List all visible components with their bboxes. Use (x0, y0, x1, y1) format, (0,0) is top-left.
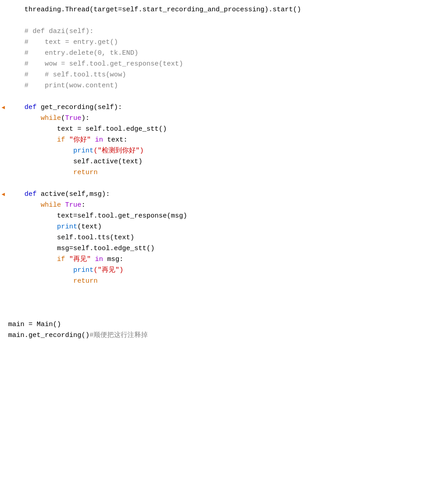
code-line-main-init: main = Main() (0, 319, 448, 330)
code-line-if-zaijian: if "再见" in msg: (0, 254, 448, 265)
code-line-blank-1 (0, 15, 448, 26)
code-line-def-active: ◀ def active(self,msg): (0, 189, 448, 200)
code-line-comment-4: # wow = self.tool.get_response(text) (0, 59, 448, 70)
code-line-main-get-recording: main.get_recording()#顺便把这行注释掉 (0, 330, 448, 341)
code-line-blank-5 (0, 298, 448, 308)
code-line-if-nihao: if "你好" in text: (0, 135, 448, 146)
code-line-comment-6: # print(wow.content) (0, 81, 448, 91)
code-line-print-detected: print("检测到你好") (0, 146, 448, 157)
code-line-msg-edge-stt: msg=self.tool.edge_stt() (0, 243, 448, 254)
code-line-tts-text: self.tool.tts(text) (0, 232, 448, 243)
code-line-text-edge-stt: text = self.tool.edge_stt() (0, 124, 448, 135)
code-line-comment-3: # entry.delete(0, tk.END) (0, 48, 448, 59)
code-line-print-zaijian: print("再见") (0, 265, 448, 276)
code-line-1: threading.Thread(target=self.start_recor… (0, 5, 448, 15)
code-line-blank-3 (0, 178, 448, 189)
code-line-while-true-2: while True: (0, 200, 448, 211)
line-indicator-def2: ◀ (0, 190, 6, 199)
code-line-return-1: return (0, 167, 448, 178)
code-line-print-text: print(text) (0, 222, 448, 232)
code-editor: threading.Thread(target=self.start_recor… (0, 0, 448, 479)
code-line-return-2: return (0, 276, 448, 287)
code-line-def-get-recording: ◀ def get_recording(self): (0, 102, 448, 113)
code-line-while-true-1: while(True): (0, 113, 448, 124)
code-line-comment-5: # # self.tool.tts(wow) (0, 70, 448, 81)
code-line-comment-1: # def dazi(self): (0, 26, 448, 37)
code-line-blank-4 (0, 287, 448, 298)
line-indicator-def1: ◀ (0, 104, 6, 112)
code-line-self-active: self.active(text) (0, 157, 448, 167)
code-line-text-get-response: text=self.tool.get_response(msg) (0, 211, 448, 222)
code-line-blank-2 (0, 91, 448, 102)
code-line-comment-2: # text = entry.get() (0, 37, 448, 48)
line-1-content: threading.Thread(target=self.start_recor… (8, 5, 443, 15)
code-line-blank-6 (0, 308, 448, 319)
